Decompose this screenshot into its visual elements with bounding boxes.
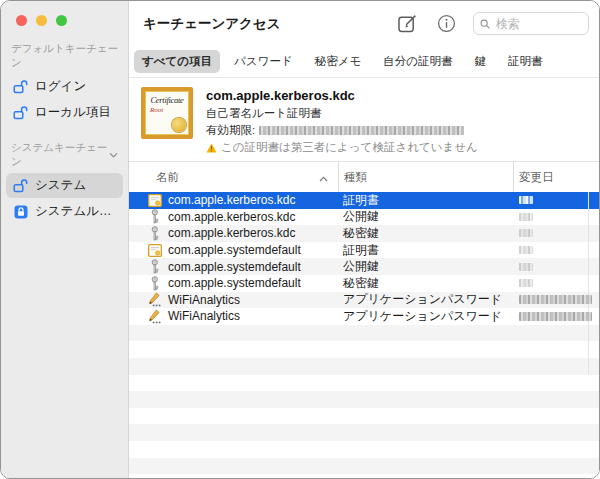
key-icon (150, 276, 160, 291)
redacted-date-value (519, 263, 533, 271)
sidebar-item-システムル…[interactable]: システムル… (6, 199, 123, 224)
redacted-date-value (519, 213, 533, 221)
sidebar-item-label: システム (35, 177, 86, 194)
tab-パスワード[interactable]: パスワード (226, 50, 301, 73)
sidebar-item-システム[interactable]: システム (6, 173, 123, 198)
row-date-cell (513, 246, 599, 254)
warning-icon (206, 143, 217, 153)
table-row[interactable]: com.apple.systemdefault証明書 (129, 242, 599, 259)
redacted-date-value (519, 246, 533, 254)
row-name-cell: WiFiAnalytics (129, 292, 338, 307)
password-pencil-icon (147, 292, 162, 307)
row-name-cell: com.apple.kerberos.kdc (129, 193, 338, 208)
column-header-name[interactable]: 名前 (129, 162, 338, 192)
unlocked-padlock-icon (13, 179, 28, 193)
column-header-kind[interactable]: 種類 (338, 162, 513, 192)
item-name: com.apple.systemdefault (168, 276, 301, 290)
warning-text: この証明書は第三者によって検証されていません (221, 140, 478, 155)
expiry-label: 有効期限: (206, 123, 255, 138)
sort-ascending-icon (319, 173, 328, 185)
unlocked-padlock-icon (13, 106, 28, 120)
close-button[interactable] (16, 15, 27, 26)
row-date-cell (513, 263, 599, 271)
redacted-date-value (519, 196, 533, 204)
redacted-expiry-value (259, 126, 464, 135)
password-pencil-icon (147, 309, 162, 324)
certificate-subtitle: 自己署名ルート証明書 (206, 106, 478, 121)
tab-自分の証明書[interactable]: 自分の証明書 (375, 50, 460, 73)
items-table: com.apple.kerberos.kdc証明書com.apple.kerbe… (129, 192, 599, 479)
tab-秘密メモ[interactable]: 秘密メモ (307, 50, 370, 73)
tab-すべての項目[interactable]: すべての項目 (134, 50, 220, 73)
row-kind-cell: アプリケーションパスワード (338, 308, 513, 325)
minimize-button[interactable] (36, 15, 47, 26)
row-kind-cell: 公開鍵 (338, 208, 513, 225)
sidebar-section: デフォルトキーチェーンログインローカル項目 (1, 42, 128, 125)
key-icon (150, 259, 160, 274)
certificate-warning: この証明書は第三者によって検証されていません (206, 140, 478, 155)
sidebar-section-label[interactable]: システムキーチェーン (1, 141, 128, 169)
redacted-date-value (519, 295, 592, 304)
search-field[interactable] (473, 12, 589, 35)
empty-table-row (129, 341, 599, 358)
empty-table-row (129, 474, 599, 479)
sidebar-item-ログイン[interactable]: ログイン (6, 74, 123, 99)
certificate-name: com.apple.kerberos.kdc (206, 88, 478, 103)
certificate-expiry-line: 有効期限: (206, 123, 478, 138)
certificate-icon (148, 244, 162, 257)
zoom-button[interactable] (56, 15, 67, 26)
table-row[interactable]: WiFiAnalyticsアプリケーションパスワード (129, 292, 599, 309)
empty-table-row (129, 458, 599, 475)
row-date-cell (513, 295, 599, 304)
chevron-down-icon (109, 152, 118, 159)
row-date-cell (513, 196, 599, 204)
certificate-icon (148, 194, 162, 207)
table-header: 名前 種類 変更日 (129, 162, 599, 192)
table-row[interactable]: com.apple.kerberos.kdc公開鍵 (129, 209, 599, 226)
category-tabs: すべての項目パスワード秘密メモ自分の証明書鍵証明書 (129, 46, 599, 78)
table-row[interactable]: com.apple.systemdefault公開鍵 (129, 258, 599, 275)
column-header-date[interactable]: 変更日 (513, 162, 599, 192)
row-date-cell (513, 312, 599, 321)
sidebar-section: システムキーチェーンシステムシステムル… (1, 141, 128, 224)
certificate-badge-word: Certificate (145, 95, 189, 105)
table-row[interactable]: com.apple.kerberos.kdc証明書 (129, 192, 599, 209)
search-input[interactable] (494, 16, 584, 32)
row-name-cell: com.apple.systemdefault (129, 243, 338, 258)
empty-table-row (129, 358, 599, 375)
window-controls (1, 1, 128, 26)
new-item-button[interactable] (398, 14, 418, 33)
search-icon (480, 18, 490, 30)
item-name: WiFiAnalytics (168, 309, 240, 323)
row-kind-cell: アプリケーションパスワード (338, 291, 513, 308)
sidebar: デフォルトキーチェーンログインローカル項目システムキーチェーンシステムシステムル… (1, 1, 129, 478)
certificate-detail-panel: Certificate Root com.apple.kerberos.kdc … (129, 78, 599, 162)
empty-table-row (129, 391, 599, 408)
table-row[interactable]: WiFiAnalyticsアプリケーションパスワード (129, 308, 599, 325)
item-name: WiFiAnalytics (168, 293, 240, 307)
row-date-cell (513, 229, 599, 237)
unlocked-padlock-icon (13, 80, 28, 94)
row-date-cell (513, 279, 599, 287)
key-icon (150, 209, 160, 224)
row-kind-cell: 公開鍵 (338, 258, 513, 275)
sidebar-item-label: ログイン (35, 78, 86, 95)
table-row[interactable]: com.apple.kerberos.kdc秘密鍵 (129, 225, 599, 242)
toolbar: キーチェーンアクセス (129, 1, 599, 46)
row-name-cell: com.apple.systemdefault (129, 259, 338, 274)
table-row[interactable]: com.apple.systemdefault秘密鍵 (129, 275, 599, 292)
row-name-cell: WiFiAnalytics (129, 309, 338, 324)
item-name: com.apple.systemdefault (168, 243, 301, 257)
main-area: キーチェーンアクセス すべての項目パスワード秘密メモ自分の証明書鍵証明書 Cer… (129, 1, 599, 478)
sidebar-item-label: ローカル項目 (35, 104, 111, 121)
row-kind-cell: 証明書 (338, 242, 513, 259)
sidebar-item-ローカル項目[interactable]: ローカル項目 (6, 100, 123, 125)
info-icon (437, 14, 456, 33)
tab-証明書[interactable]: 証明書 (500, 50, 551, 73)
item-name: com.apple.kerberos.kdc (168, 226, 295, 240)
empty-table-row (129, 408, 599, 425)
certificate-seal-icon (172, 118, 186, 132)
tab-鍵[interactable]: 鍵 (466, 50, 494, 73)
redacted-date-value (519, 279, 533, 287)
info-button[interactable] (437, 14, 456, 33)
